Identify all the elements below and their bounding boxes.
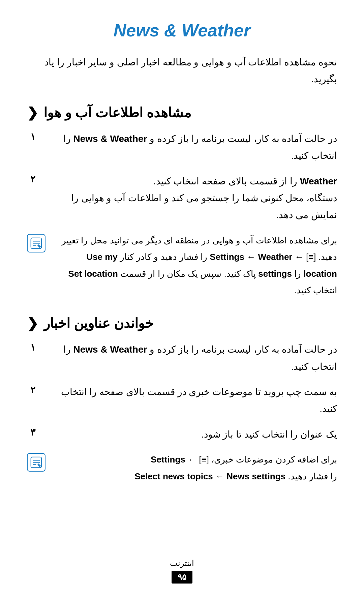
page-footer: اینترنت ۹۵	[0, 559, 364, 584]
news-note-box: برای اضافه کردن موضوعات خبری، [≡] ← Sett…	[27, 451, 337, 485]
footer-label: اینترنت	[0, 559, 364, 568]
settings-label3: Settings	[151, 454, 185, 465]
weather-section: مشاهده اطلاعات آب و هوا ❮ ۱ در حالت آماد…	[27, 105, 337, 299]
step-text: یک عنوان را انتخاب کنید تا باز شود.	[44, 426, 337, 443]
arrow-icon: ❮	[27, 105, 38, 120]
page-number: ۹۵	[172, 571, 192, 584]
select-news-topics-label: Select news topics	[134, 471, 213, 481]
page-container: News & Weather نحوه مشاهده اطلاعات آب و …	[0, 0, 364, 535]
section-title-weather: مشاهده اطلاعات آب و هوا	[43, 105, 191, 120]
weather-label2: Weather	[258, 252, 292, 262]
set-location-label: Set location	[68, 269, 118, 279]
weather-step-2: ۲ Weather را از قسمت بالای صفحه انتخاب ک…	[27, 173, 337, 224]
section-title-news: خواندن عناوین اخبار	[43, 316, 154, 331]
weather-step-1: ۱ در حالت آماده به کار، لیست برنامه را ب…	[27, 130, 337, 165]
step-text: به سمت چپ بروید تا موضوعات خبری در قسمت …	[44, 384, 337, 418]
settings-label: Settings	[210, 252, 244, 262]
step-number: ۳	[27, 427, 39, 438]
news-step-2: ۲ به سمت چپ بروید تا موضوعات خبری در قسم…	[27, 384, 337, 418]
note-svg-icon-2	[30, 456, 42, 468]
news-weather-label-2: News & Weather	[73, 344, 147, 355]
settings-label2: settings	[258, 269, 292, 279]
step-number: ۲	[27, 174, 39, 185]
weather-note-text: برای مشاهده اطلاعات آب و هوایی در منطقه …	[52, 232, 337, 299]
news-step-1: ۱ در حالت آماده به کار، لیست برنامه را ب…	[27, 341, 337, 375]
step-number: ۱	[27, 131, 39, 142]
note-icon	[27, 234, 46, 252]
step-text: Weather را از قسمت بالای صفحه انتخاب کنی…	[44, 173, 337, 224]
news-section-header: خواندن عناوین اخبار ❮	[27, 316, 337, 331]
news-note-text: برای اضافه کردن موضوعات خبری، [≡] ← Sett…	[52, 451, 337, 485]
step-number: ۲	[27, 384, 39, 395]
news-weather-label-1: News & Weather	[73, 133, 147, 144]
step-text: در حالت آماده به کار، لیست برنامه را باز…	[44, 341, 337, 375]
news-section: خواندن عناوین اخبار ❮ ۱ در حالت آماده به…	[27, 316, 337, 485]
page-title: News & Weather	[27, 20, 337, 40]
note-svg-icon	[30, 237, 42, 249]
step-number: ۱	[27, 342, 39, 353]
news-step-3: ۳ یک عنوان را انتخاب کنید تا باز شود.	[27, 426, 337, 443]
arrow-icon-2: ❮	[27, 316, 38, 331]
weather-label: Weather	[300, 176, 337, 186]
weather-section-header: مشاهده اطلاعات آب و هوا ❮	[27, 105, 337, 120]
news-content: ۱ در حالت آماده به کار، لیست برنامه را ب…	[27, 341, 337, 485]
news-settings-label: News settings	[226, 471, 285, 481]
step-text: در حالت آماده به کار، لیست برنامه را باز…	[44, 130, 337, 165]
weather-content: ۱ در حالت آماده به کار، لیست برنامه را ب…	[27, 130, 337, 299]
note-icon-2	[27, 453, 46, 472]
intro-text: نحوه مشاهده اطلاعات آب و هوایی و مطالعه …	[27, 54, 337, 88]
weather-note-box: برای مشاهده اطلاعات آب و هوایی در منطقه …	[27, 232, 337, 299]
